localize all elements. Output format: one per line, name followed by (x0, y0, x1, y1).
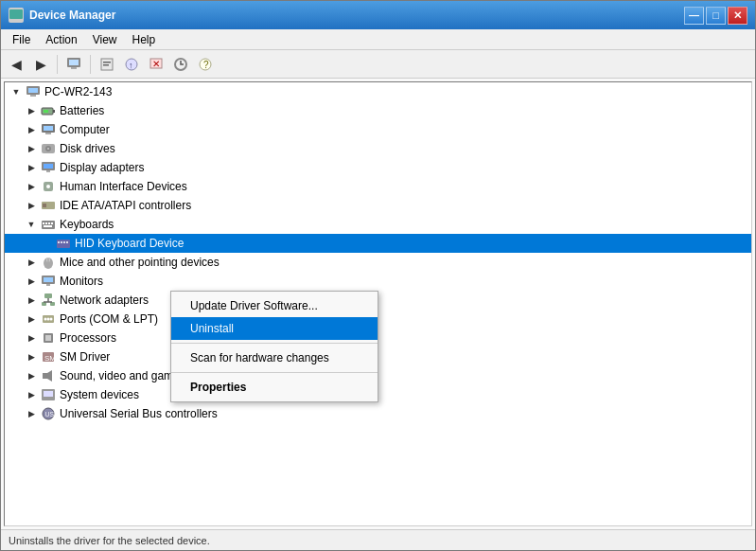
svg-rect-7 (103, 64, 109, 66)
menu-bar: File Action View Help (1, 29, 755, 50)
keyboard-expand: ▼ (24, 217, 39, 232)
usb-label: Universal Serial Bus controllers (60, 407, 747, 420)
properties-btn[interactable] (96, 53, 118, 76)
maximize-button[interactable]: □ (706, 7, 726, 25)
svg-rect-67 (44, 391, 53, 397)
computer-expand: ▶ (24, 122, 39, 137)
svg-rect-16 (28, 88, 38, 93)
list-item[interactable]: ▶ Display adapters (5, 158, 751, 177)
list-item[interactable]: ▶ Disk drives (5, 139, 751, 158)
root-expand-icon: ▼ (9, 84, 24, 99)
menu-file[interactable]: File (5, 31, 38, 48)
menu-help[interactable]: Help (125, 31, 164, 48)
usb-icon: USB (41, 406, 56, 421)
keyboard-icon (41, 217, 56, 232)
computer-icon (26, 84, 41, 99)
svg-rect-62 (45, 335, 51, 341)
ctx-update-driver[interactable]: Update Driver Software... (171, 294, 378, 317)
sound-expand: ▶ (24, 368, 39, 383)
status-bar: Uninstalls the driver for the selected d… (1, 529, 755, 550)
tree-root[interactable]: ▼ PC-WR2-143 (5, 82, 751, 101)
system-expand: ▶ (24, 387, 39, 402)
menu-action[interactable]: Action (38, 31, 84, 48)
ports-label: Ports (COM & LPT) (60, 312, 747, 326)
svg-rect-39 (44, 225, 52, 227)
svg-rect-42 (61, 241, 62, 243)
device-manager-icon-btn[interactable] (62, 53, 85, 76)
list-item[interactable]: ▶ Computer (5, 120, 751, 139)
disk-expand: ▶ (24, 141, 39, 156)
ctx-properties[interactable]: Properties (171, 376, 378, 399)
svg-rect-23 (45, 133, 51, 134)
display-expand: ▶ (24, 160, 39, 175)
hid-expand: ▶ (24, 179, 39, 194)
device-tree[interactable]: ▼ PC-WR2-143 ▶ Batteries ▶ Comp (4, 81, 752, 526)
system-icon (41, 387, 56, 402)
svg-point-60 (50, 318, 53, 321)
svg-point-58 (44, 318, 47, 321)
help-btn[interactable]: ? (194, 53, 217, 76)
keyboards-item[interactable]: ▼ Keyboards (5, 215, 751, 234)
back-button[interactable]: ◀ (5, 53, 27, 76)
forward-button[interactable]: ▶ (29, 53, 52, 76)
sm-label: SM Driver (60, 350, 747, 364)
list-item[interactable]: ▶ Mice and other pointing devices (5, 253, 751, 272)
svg-rect-43 (63, 241, 65, 243)
close-button[interactable]: ✕ (728, 7, 747, 25)
ctx-uninstall[interactable]: Uninstall (171, 317, 378, 340)
svg-rect-65 (43, 373, 47, 379)
context-menu: Update Driver Software... Uninstall Scan… (170, 291, 378, 402)
ctx-separator-2 (171, 372, 378, 373)
processors-label: Processors (60, 331, 747, 345)
monitor-icon (41, 274, 56, 289)
hid-keyboard-item[interactable]: HID Keyboard Device (5, 234, 751, 253)
list-item[interactable]: ▶ IDE ATA/ATAPI controllers (5, 196, 751, 215)
svg-text:↑: ↑ (129, 61, 133, 70)
display-icon (41, 160, 56, 175)
battery-icon (41, 103, 56, 118)
processors-expand: ▶ (24, 330, 39, 346)
list-item[interactable]: ▶ Monitors (5, 272, 751, 291)
hid-keyboard-label: HID Keyboard Device (75, 237, 747, 250)
svg-rect-49 (44, 277, 53, 282)
svg-rect-38 (51, 222, 53, 224)
processor-icon (41, 330, 56, 346)
scan-hardware-btn[interactable] (169, 53, 192, 76)
svg-rect-41 (58, 241, 60, 243)
list-item[interactable]: ▶ Batteries (5, 101, 751, 120)
minimize-button[interactable]: — (684, 7, 704, 25)
list-item[interactable]: ▶ USB Universal Serial Bus controllers (5, 404, 751, 423)
window-controls: — □ ✕ (684, 7, 747, 25)
uninstall-btn[interactable]: ✕ (145, 53, 167, 76)
svg-rect-37 (48, 222, 50, 224)
hid-kbd-expand (39, 236, 54, 251)
svg-rect-50 (46, 284, 50, 286)
window-title: Device Manager (29, 9, 115, 22)
sm-icon: SM (41, 349, 56, 364)
computer-label: Computer (60, 123, 747, 136)
computer-node-icon (41, 122, 56, 137)
svg-text:SM: SM (44, 354, 56, 363)
svg-rect-4 (71, 67, 77, 69)
list-item[interactable]: ▶ Human Interface Devices (5, 177, 751, 196)
network-icon (41, 293, 56, 308)
monitors-expand: ▶ (24, 274, 39, 289)
ide-icon (41, 198, 56, 213)
root-label: PC-WR2-143 (44, 85, 747, 98)
svg-rect-34 (42, 221, 55, 229)
ports-icon (41, 311, 56, 327)
svg-rect-36 (45, 222, 47, 224)
menu-view[interactable]: View (85, 31, 125, 48)
ctx-scan-hardware[interactable]: Scan for hardware changes (171, 347, 378, 369)
ctx-separator (171, 343, 378, 344)
network-expand: ▶ (24, 293, 39, 308)
svg-rect-40 (57, 240, 70, 248)
svg-rect-1 (12, 19, 20, 21)
update-driver-btn[interactable]: ↑ (120, 53, 143, 76)
sound-label: Sound, video and game controllers (60, 369, 747, 382)
svg-rect-35 (43, 222, 44, 224)
batteries-label: Batteries (60, 104, 747, 117)
mouse-icon (41, 255, 56, 270)
device-manager-window: Device Manager — □ ✕ File Action View He… (0, 0, 756, 551)
ports-expand: ▶ (24, 311, 39, 327)
